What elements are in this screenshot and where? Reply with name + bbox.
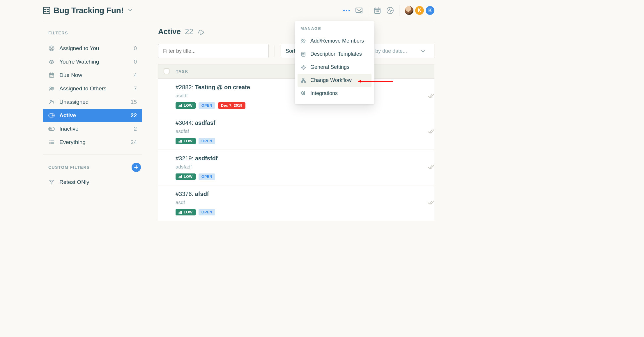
task-title: #3044: asdfasf xyxy=(176,120,429,126)
svg-point-60 xyxy=(303,66,304,68)
filter-count: 24 xyxy=(131,139,137,145)
sidebar-filter-item[interactable]: Assigned to You 0 xyxy=(43,42,142,55)
svg-rect-48 xyxy=(180,176,181,178)
user-q-icon xyxy=(48,99,55,105)
page-title-wrap: Bug Tracking Fun! xyxy=(43,6,133,15)
calendar-icon[interactable] xyxy=(374,7,381,14)
svg-point-9 xyxy=(377,11,378,11)
svg-rect-40 xyxy=(180,105,181,107)
title-dropdown-chevron[interactable] xyxy=(127,7,133,14)
svg-point-29 xyxy=(49,141,50,141)
svg-point-8 xyxy=(376,11,376,11)
user-circle-icon xyxy=(48,45,55,51)
select-all-checkbox[interactable] xyxy=(164,69,169,74)
svg-point-31 xyxy=(49,142,50,143)
avatars: K K xyxy=(405,6,434,15)
task-check-icon[interactable] xyxy=(427,200,434,206)
manage-menu-item[interactable]: General Settings xyxy=(298,61,371,74)
task-check-icon[interactable] xyxy=(427,129,434,135)
svg-rect-50 xyxy=(178,213,179,214)
project-icon xyxy=(43,7,50,14)
task-row[interactable]: #3376: afsdf asdf LOWOPEN xyxy=(158,185,434,221)
export-icon[interactable] xyxy=(197,28,204,35)
manage-menu-item[interactable]: Add/Remove Members xyxy=(298,34,371,48)
filter-count: 4 xyxy=(134,72,137,78)
due-date-badge: Dec 7, 2019 xyxy=(218,102,245,109)
sidebar-divider xyxy=(43,154,142,155)
svg-point-20 xyxy=(50,87,52,89)
task-check-icon[interactable] xyxy=(427,93,434,100)
avatar[interactable]: K xyxy=(415,6,424,15)
svg-rect-49 xyxy=(181,175,182,178)
svg-point-23 xyxy=(53,103,54,104)
more-options-icon[interactable] xyxy=(343,10,350,11)
task-row[interactable]: #3219: asdfsfdf adsfadf LOWOPEN xyxy=(158,150,434,185)
svg-rect-44 xyxy=(180,140,181,143)
sidebar: FILTERS Assigned to You 0 You're Watchin… xyxy=(43,21,142,221)
sidebar-filter-item[interactable]: Assigned to Others 7 xyxy=(43,82,142,95)
eye-icon xyxy=(48,59,55,65)
activity-icon[interactable] xyxy=(386,7,394,14)
status-badge: OPEN xyxy=(199,102,215,109)
sidebar-filter-item[interactable]: You're Watching 0 xyxy=(43,55,142,69)
task-column-label: TASK xyxy=(176,69,188,74)
manage-dropdown-menu: MANAGE Add/Remove Members Description Te… xyxy=(295,21,374,104)
doc-icon xyxy=(300,52,306,57)
svg-rect-52 xyxy=(180,211,181,214)
add-custom-filter-button[interactable] xyxy=(132,163,141,172)
gear-icon xyxy=(300,65,306,70)
svg-rect-38 xyxy=(178,106,179,107)
svg-point-22 xyxy=(50,100,52,102)
svg-point-21 xyxy=(52,87,54,89)
notifications-icon[interactable] xyxy=(355,7,363,14)
sidebar-filter-item[interactable]: Everything 24 xyxy=(43,136,142,149)
menu-item-label: General Settings xyxy=(310,64,349,70)
svg-point-54 xyxy=(302,39,303,41)
task-check-icon[interactable] xyxy=(427,164,434,171)
priority-badge: LOW xyxy=(176,102,196,109)
view-count: 22 xyxy=(185,27,193,36)
sidebar-filter-item[interactable]: Inactive 2 xyxy=(43,122,142,136)
page-title: Bug Tracking Fun! xyxy=(54,6,124,15)
sidebar-filter-item[interactable]: Unassigned 15 xyxy=(43,95,142,109)
menu-item-label: Add/Remove Members xyxy=(310,38,364,44)
manage-menu-item[interactable]: Integrations xyxy=(298,87,371,100)
svg-rect-47 xyxy=(179,176,180,178)
svg-point-13 xyxy=(51,47,52,49)
svg-rect-39 xyxy=(179,105,180,107)
controls-divider xyxy=(275,45,275,57)
avatar[interactable] xyxy=(405,6,413,15)
menu-item-label: Integrations xyxy=(310,90,338,96)
filter-count: 2 xyxy=(134,126,137,132)
svg-rect-53 xyxy=(181,211,182,214)
svg-point-10 xyxy=(378,11,379,11)
custom-filters-label: CUSTOM FILTERS xyxy=(48,165,90,170)
manage-menu-label: MANAGE xyxy=(298,26,371,34)
svg-rect-46 xyxy=(178,177,179,178)
sidebar-filter-item[interactable]: 17 Due Now 4 xyxy=(43,69,142,82)
filter-label: Inactive xyxy=(59,126,78,132)
view-title: Active xyxy=(158,27,181,36)
status-badge: OPEN xyxy=(199,209,215,215)
custom-filter-item[interactable]: Retest ONly xyxy=(43,175,142,189)
filter-label: Due Now xyxy=(59,72,82,78)
manage-menu-item[interactable]: Description Templates xyxy=(298,48,371,61)
filter-by-title-input[interactable] xyxy=(158,44,269,58)
task-title: #3219: asdfsfdf xyxy=(176,155,429,162)
chevron-down-icon xyxy=(421,49,425,53)
task-row[interactable]: #3044: asdfasf asdfaf LOWOPEN xyxy=(158,114,434,150)
sidebar-filter-item[interactable]: Active 22 xyxy=(43,109,142,122)
filter-count: 22 xyxy=(131,112,137,119)
svg-point-55 xyxy=(304,40,305,41)
filter-label: Assigned to You xyxy=(59,45,99,52)
filter-label: Assigned to Others xyxy=(59,85,107,92)
avatar[interactable]: K xyxy=(426,6,434,15)
filter-count: 0 xyxy=(134,45,137,52)
sort-label: Sort xyxy=(286,48,295,54)
header-divider xyxy=(368,5,368,16)
manage-menu-item[interactable]: Change Workflow xyxy=(298,74,371,87)
svg-line-28 xyxy=(50,128,51,129)
svg-rect-43 xyxy=(179,141,180,143)
filter-label: You're Watching xyxy=(59,59,99,65)
task-subtitle: asdf xyxy=(176,200,429,206)
